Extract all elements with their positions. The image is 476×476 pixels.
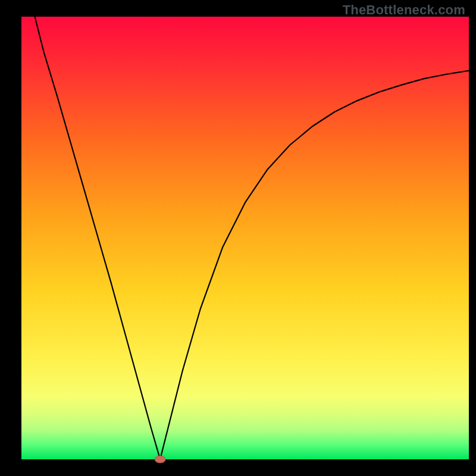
optimal-point-marker [155,456,165,463]
bottleneck-chart [0,0,476,476]
watermark-text: TheBottleneck.com [343,2,465,18]
plot-area [21,17,469,459]
chart-frame: TheBottleneck.com [0,0,476,476]
